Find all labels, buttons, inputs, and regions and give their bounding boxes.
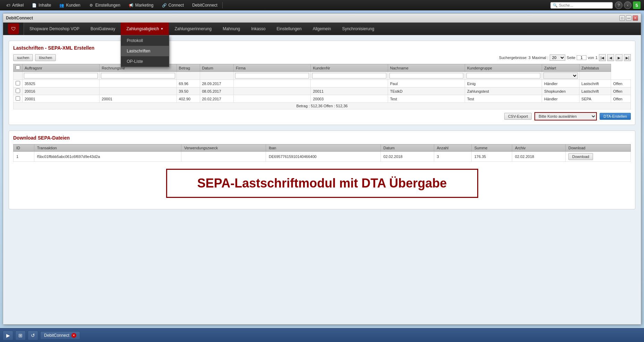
filter-kundennr-cell <box>311 72 388 80</box>
select-all-checkbox[interactable] <box>16 65 20 70</box>
row2-firma <box>234 87 311 95</box>
th-auftragsnr: Auftragsnr <box>23 64 100 72</box>
page-prev-button[interactable]: ◀ <box>607 54 614 61</box>
summary-row: Betrag : 512,36 Offen : 512,36 <box>14 103 631 109</box>
row1-firma <box>234 80 311 87</box>
prev-button[interactable]: ‹ <box>624 1 632 9</box>
window-minimize-button[interactable]: — <box>626 15 632 21</box>
row3-zahlart: SEPA <box>579 95 611 103</box>
search-input[interactable] <box>559 3 610 7</box>
row2-betrag: 39.50 <box>177 87 200 95</box>
app-nav-allgemein[interactable]: Allgemein <box>307 23 337 35</box>
nav-einstellungen[interactable]: ⚙ Einstellungen <box>85 0 124 10</box>
lastschriften-section: Lastschriften - SEPA-XML Erstellen suche… <box>9 41 635 125</box>
nav-kunden[interactable]: 👥 Kunden <box>55 0 84 10</box>
dta-erstellen-button[interactable]: DTA-Erstellen <box>600 113 631 120</box>
filter-zahlart-cell <box>542 72 579 80</box>
drow1-transaktion: f5bc01ffbbb5abc061c6f697d9e43d2a <box>34 152 181 162</box>
main-content: Lastschriften - SEPA-XML Erstellen suche… <box>3 35 641 324</box>
page-next-button[interactable]: ▶ <box>616 54 622 61</box>
app-nav-einstellungen[interactable]: Einstellungen <box>271 23 307 35</box>
dropdown-lastschriften[interactable]: Lastschriften <box>121 46 169 56</box>
row3-checkbox[interactable] <box>16 96 20 101</box>
sepa-banner-text: SEPA-Lastschriftmodul mit DTA Übergabe <box>197 176 447 190</box>
taskbar-refresh-button[interactable]: ↺ <box>28 331 38 340</box>
top-nav-right: ? ‹ 5 <box>615 1 643 9</box>
th-betrag: Betrag <box>177 64 200 72</box>
row2-checkbox-cell <box>14 87 23 95</box>
maximal-select[interactable]: 20 50 100 <box>550 55 565 61</box>
row3-betrag: 402.90 <box>177 95 200 103</box>
dth-iban: Iban <box>266 144 380 152</box>
download-button[interactable]: Download <box>568 153 593 160</box>
filter-rechnungsnr[interactable] <box>101 73 175 78</box>
delete-button[interactable]: löschen <box>35 54 56 61</box>
filter-zahlstatus-cell <box>579 72 611 80</box>
window-maximize-button[interactable]: □ <box>619 15 625 21</box>
row1-betrag: 69.96 <box>177 80 200 87</box>
drow1-download-cell: Download <box>566 152 631 162</box>
debitconnect-window: DebitConnect □ — ✕ 🛡 Shopware Demoshop V… <box>3 13 641 325</box>
row2-rechnungsnr <box>100 87 177 95</box>
filter-auftragsnr[interactable] <box>24 73 98 78</box>
nav-debitconnect[interactable]: DebitConnect <box>188 0 222 10</box>
row1-checkbox-cell <box>14 80 23 87</box>
filter-firma[interactable] <box>235 73 309 78</box>
dth-transaktion: Transaktion <box>34 144 181 152</box>
konto-select[interactable]: Bitte Konto auswählen <box>534 112 597 120</box>
help-button[interactable]: ? <box>615 1 622 9</box>
nav-artikel[interactable]: 🏷 Artikel <box>1 0 28 10</box>
filter-kundengruppe[interactable] <box>466 73 540 78</box>
zahlungsabgleich-dropdown-menu: Protokoll Lastschriften OP-Liste <box>121 35 169 67</box>
app-navigation: 🛡 Shopware Demoshop VOP BoniGateway Zahl… <box>3 23 641 35</box>
table-row: 20016 39.50 08.05.2017 20011 TEstkD Zahl… <box>14 87 631 95</box>
row3-auftragsnr: 20001 <box>23 95 100 103</box>
page-input[interactable] <box>577 55 586 60</box>
dropdown-op-liste[interactable]: OP-Liste <box>121 56 169 67</box>
window-titlebar: DebitConnect □ — ✕ <box>3 14 641 23</box>
app-nav-zahlungserinnerung[interactable]: Zahlungserinnerung <box>169 23 217 35</box>
taskbar-debitconnect-item[interactable]: DebitConnect ✕ <box>40 331 80 340</box>
bullhorn-icon: 📢 <box>129 3 134 8</box>
search-box[interactable]: 🔍 <box>550 2 613 9</box>
taskbar-windows-button[interactable]: ⊞ <box>15 331 26 340</box>
filter-kundengruppe-cell <box>465 72 542 80</box>
version-badge: 5 <box>633 1 641 9</box>
page-last-button[interactable]: ▶| <box>624 54 631 61</box>
th-kundengruppe: Kundengruppe <box>465 64 542 72</box>
row2-datum: 08.05.2017 <box>200 87 234 95</box>
taskbar-close-button[interactable]: ✕ <box>71 333 76 338</box>
filter-nachname[interactable] <box>389 73 463 78</box>
app-nav-mahnung[interactable]: Mahnung <box>217 23 246 35</box>
nav-connect[interactable]: 🔗 Connect <box>158 0 188 10</box>
csv-export-button[interactable]: CSV-Export <box>504 113 532 120</box>
drow1-id: 1 <box>14 152 34 162</box>
filter-zahlart-select[interactable] <box>543 73 577 79</box>
app-nav-bonigateway[interactable]: BoniGateway <box>85 23 121 35</box>
download-section: Download SEPA-Dateien ID Transaktion Ver… <box>9 131 635 209</box>
row1-kundengruppe: Einig <box>465 80 542 87</box>
page-first-button[interactable]: |◀ <box>599 54 606 61</box>
row2-checkbox[interactable] <box>16 89 20 93</box>
search-button[interactable]: suchen <box>13 54 33 61</box>
download-table: ID Transaktion Verwendungszweck Iban Dat… <box>13 144 631 162</box>
table-header-row: Auftragsnr RechnungsNr Betrag Datum Firm… <box>14 64 631 72</box>
row3-firma <box>234 95 311 103</box>
app-nav-inkasso[interactable]: Inkasso <box>246 23 271 35</box>
row1-checkbox[interactable] <box>16 81 20 85</box>
nav-marketing[interactable]: 📢 Marketing <box>124 0 158 10</box>
lastschriften-toolbar: suchen löschen Suchergebnisse: 3 Maximal… <box>13 54 631 61</box>
app-nav-shopware[interactable]: Shopware Demoshop VOP <box>24 23 85 35</box>
file-icon: 📄 <box>32 3 37 8</box>
taskbar-start-button[interactable]: ▶ <box>3 331 13 340</box>
dth-archiv: Archiv <box>512 144 566 152</box>
dth-id: ID <box>14 144 34 152</box>
window-close-button[interactable]: ✕ <box>633 15 638 21</box>
nav-inhalte[interactable]: 📄 Inhalte <box>28 0 55 10</box>
app-nav-zahlungsabgleich[interactable]: Zahlungsabgleich ▼ <box>121 23 169 35</box>
dropdown-protokoll[interactable]: Protokoll <box>121 35 169 46</box>
filter-kundennr[interactable] <box>312 73 386 78</box>
th-nachname: Nachname <box>388 64 465 72</box>
app-nav-synchronisierung[interactable]: Synchronisierung <box>336 23 380 35</box>
lastschriften-title: Lastschriften - SEPA-XML Erstellen <box>13 45 631 51</box>
